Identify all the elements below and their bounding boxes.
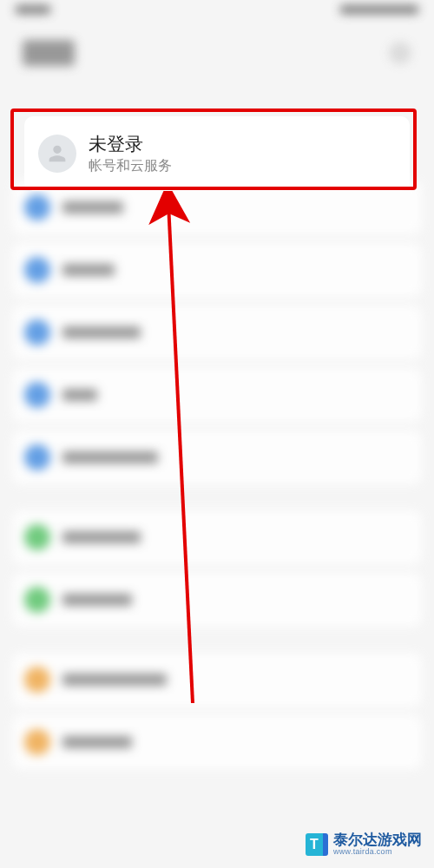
item-icon xyxy=(24,319,50,345)
account-title: 未登录 xyxy=(89,132,396,155)
item-label xyxy=(62,674,167,686)
list-item[interactable] xyxy=(12,510,422,564)
status-bar xyxy=(0,0,434,26)
item-label xyxy=(62,451,158,464)
item-label xyxy=(62,389,97,401)
list-item[interactable] xyxy=(12,368,422,422)
item-icon xyxy=(24,194,50,220)
watermark: T 泰尔达游戏网 www.tairda.com xyxy=(306,832,422,856)
item-label xyxy=(62,736,132,748)
item-icon xyxy=(24,382,50,408)
list-item[interactable] xyxy=(12,243,422,297)
watermark-logo-icon: T xyxy=(306,833,328,856)
page-header xyxy=(0,26,434,89)
watermark-brand: 泰尔达游戏网 xyxy=(333,832,422,847)
item-icon xyxy=(24,667,50,693)
item-icon xyxy=(24,524,50,550)
item-icon xyxy=(24,729,50,755)
item-icon xyxy=(24,587,50,613)
item-label xyxy=(62,531,141,543)
list-item[interactable] xyxy=(12,653,422,707)
settings-list xyxy=(0,181,434,769)
item-icon xyxy=(24,444,50,470)
account-card[interactable]: 未登录 帐号和云服务 xyxy=(24,116,410,191)
header-action-icon[interactable] xyxy=(389,42,411,64)
item-label xyxy=(62,264,115,276)
list-item[interactable] xyxy=(12,431,422,484)
list-item[interactable] xyxy=(12,715,422,769)
list-item[interactable] xyxy=(12,573,422,627)
page-title xyxy=(23,40,75,66)
list-item[interactable] xyxy=(12,306,422,359)
avatar-icon xyxy=(38,135,76,173)
account-subtitle: 帐号和云服务 xyxy=(89,157,396,175)
item-label xyxy=(62,326,141,339)
watermark-url: www.tairda.com xyxy=(333,847,422,856)
item-icon xyxy=(24,257,50,283)
item-label xyxy=(62,201,123,214)
item-label xyxy=(62,594,132,606)
